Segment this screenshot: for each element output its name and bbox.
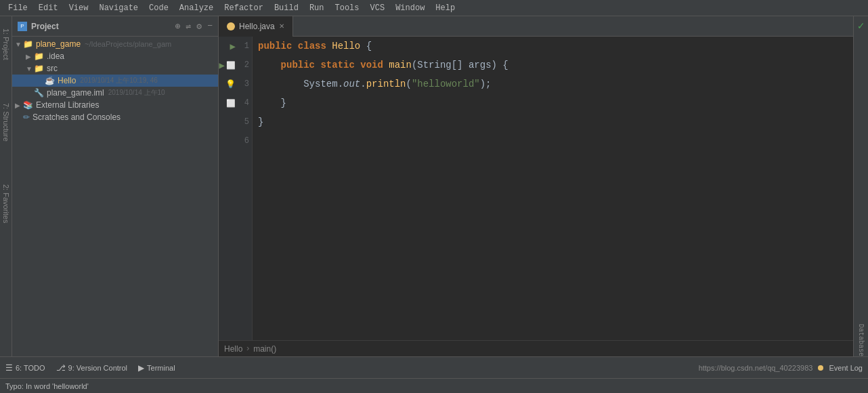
breadcrumb-hello[interactable]: Hello <box>224 344 242 354</box>
scratches-icon: ✏ <box>23 112 30 122</box>
tree-item-plane-game[interactable]: ▼ 📁 plane_game ~/IdeaProjects/plane_gam <box>12 38 218 50</box>
gutter-line-1: ▶ 1 <box>219 37 252 56</box>
status-bar: ☰ 6: TODO ⎇ 9: Version Control ▶ Termina… <box>0 356 868 378</box>
status-terminal-label: Terminal <box>147 364 175 372</box>
tree-label-iml: plane_game.iml <box>47 88 104 98</box>
tree-label-scratches: Scratches and Consoles <box>32 112 121 122</box>
settings-icon[interactable]: ⚙ <box>196 21 202 32</box>
tab-java-icon <box>227 22 235 30</box>
event-log-label[interactable]: Event Log <box>829 364 863 372</box>
typo-message: Typo: In word 'helloworld' <box>5 382 89 390</box>
status-vcs[interactable]: ⎇ 9: Version Control <box>56 363 127 373</box>
run-arrow-2[interactable]: ▶ <box>219 60 225 71</box>
database-tab-label[interactable]: Database <box>857 318 865 356</box>
folder-icon-plane-game: 📁 <box>23 39 33 49</box>
folder-icon-src: 📁 <box>34 64 44 73</box>
code-line-3: System.out.println("helloworld"); <box>258 75 848 94</box>
tree-label-plane-game: plane_game <box>36 39 81 49</box>
code-line-2: public static void main(String[] args) { <box>258 56 848 75</box>
breadcrumb-separator: › <box>245 344 251 354</box>
iml-file-icon: 🔧 <box>34 88 44 98</box>
inspection-ok-icon: ✓ <box>855 16 867 35</box>
editor-content: ▶ 1 ▶ ⬜ 2 💡 3 ⬜ 4 <box>219 37 853 340</box>
run-arrow-1[interactable]: ▶ <box>230 41 236 52</box>
favorites-vertical-tab[interactable]: 2: Favorites <box>0 179 12 228</box>
expand-arrow-ext-libs: ▶ <box>15 102 23 109</box>
menu-window[interactable]: Window <box>390 2 430 14</box>
status-todo[interactable]: ☰ 6: TODO <box>5 363 45 373</box>
menu-navigate[interactable]: Navigate <box>93 2 144 14</box>
menu-code[interactable]: Code <box>144 2 174 14</box>
left-strip: 1: Project 7: Structure 2: Favorites <box>0 16 12 356</box>
vcs-icon: ⎇ <box>56 363 66 373</box>
tree-meta-iml: 2019/10/14 上午10 <box>108 88 165 98</box>
folder-icon-idea: 📁 <box>34 51 44 61</box>
line-number-6: 6 <box>237 136 249 146</box>
code-area[interactable]: public class Hello { public static void … <box>253 37 853 340</box>
tree-meta-plane-game: ~/IdeaProjects/plane_gam <box>85 40 171 48</box>
expand-arrow-src: ▼ <box>26 65 34 73</box>
main-area: 1: Project 7: Structure 2: Favorites P P… <box>0 16 868 356</box>
menu-help[interactable]: Help <box>430 2 460 14</box>
code-content-5: } <box>258 117 263 127</box>
right-sidebar: ✓ Database <box>853 16 868 356</box>
menu-view[interactable]: View <box>64 2 94 14</box>
tree-item-src[interactable]: ▼ 📁 src <box>12 62 218 75</box>
gutter: ▶ 1 ▶ ⬜ 2 💡 3 ⬜ 4 <box>219 37 253 340</box>
bulb-icon-3[interactable]: 💡 <box>225 79 236 89</box>
menu-file[interactable]: File <box>3 2 33 14</box>
tab-bar: Hello.java ✕ <box>219 16 853 37</box>
editor-tab-hello[interactable]: Hello.java ✕ <box>219 16 293 37</box>
locate-icon[interactable]: ⊕ <box>175 21 181 32</box>
tree-item-hello[interactable]: ☕ Hello 2019/10/14 上午10:19, 46 <box>12 75 218 87</box>
expand-arrow-idea: ▶ <box>26 53 34 60</box>
status-link[interactable]: https://blog.csdn.net/qq_40223983 <box>699 364 813 372</box>
sync-icon[interactable]: ⇌ <box>186 21 192 32</box>
line-number-2: 2 <box>237 60 249 70</box>
code-content-2: public static void main(String[] args) { <box>258 60 508 70</box>
bookmark-icon-2: ⬜ <box>226 61 236 70</box>
tree-item-idea[interactable]: ▶ 📁 .idea <box>12 50 218 62</box>
tree-label-src: src <box>47 64 58 73</box>
java-file-icon-hello: ☕ <box>45 76 55 85</box>
tab-label: Hello.java <box>239 22 275 31</box>
menu-edit[interactable]: Edit <box>33 2 64 14</box>
line-number-1: 1 <box>237 41 249 51</box>
event-log-dot <box>818 365 823 371</box>
menu-refactor[interactable]: Refactor <box>219 2 269 14</box>
line-number-5: 5 <box>237 117 249 127</box>
status-terminal[interactable]: ▶ Terminal <box>138 363 175 373</box>
menu-vcs[interactable]: VCS <box>365 2 391 14</box>
code-line-4: } <box>258 94 848 112</box>
tree-label-ext-libs: External Libraries <box>36 100 99 110</box>
gutter-line-2: ▶ ⬜ 2 <box>219 56 252 75</box>
code-content-1: public class Hello { <box>258 41 372 51</box>
terminal-icon: ▶ <box>138 363 144 373</box>
menu-bar: File Edit View Navigate Code Analyze Ref… <box>0 0 868 16</box>
tab-close-button[interactable]: ✕ <box>279 22 284 30</box>
line-number-3: 3 <box>237 79 249 89</box>
structure-vertical-tab[interactable]: 7: Structure <box>0 98 12 147</box>
menu-run[interactable]: Run <box>304 2 330 14</box>
tree-item-scratches[interactable]: ✏ Scratches and Consoles <box>12 111 218 123</box>
gutter-line-3: 💡 3 <box>219 75 252 94</box>
bookmark-icon-4: ⬜ <box>226 99 236 108</box>
tree-item-iml[interactable]: 🔧 plane_game.iml 2019/10/14 上午10 <box>12 87 218 99</box>
status-todo-label: 6: TODO <box>16 364 45 372</box>
status-vcs-label: 9: Version Control <box>68 364 127 372</box>
minimize-icon[interactable]: − <box>207 21 213 31</box>
code-line-6 <box>258 131 848 150</box>
menu-analyze[interactable]: Analyze <box>174 2 219 14</box>
gutter-line-6: 6 <box>219 131 252 150</box>
project-title: Project <box>31 22 59 31</box>
code-line-1: public class Hello { <box>258 37 848 56</box>
libraries-icon: 📚 <box>23 100 33 110</box>
project-header-icons: ⊕ ⇌ ⚙ − <box>175 21 213 32</box>
tree-item-ext-libs[interactable]: ▶ 📚 External Libraries <box>12 99 218 111</box>
menu-build[interactable]: Build <box>269 2 304 14</box>
todo-icon: ☰ <box>5 363 13 373</box>
breadcrumb-main[interactable]: main() <box>253 344 276 354</box>
project-vertical-tab[interactable]: 1: Project <box>0 23 12 65</box>
gutter-line-5: 5 <box>219 112 252 131</box>
menu-tools[interactable]: Tools <box>330 2 365 14</box>
